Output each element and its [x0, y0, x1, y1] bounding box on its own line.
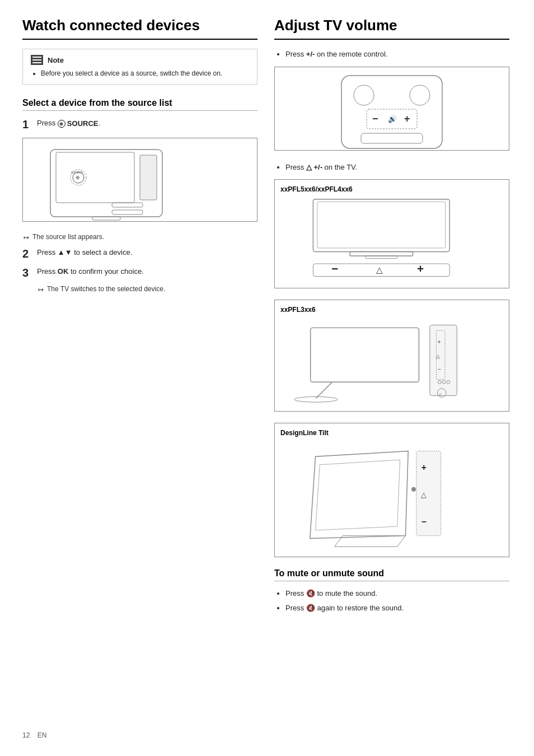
step-1-result-text: The source list appears.	[32, 233, 104, 241]
note-label: Note	[48, 56, 64, 64]
step-3-content: Press OK to confirm your choice.	[37, 266, 144, 277]
svg-text:△: △	[376, 265, 383, 274]
svg-rect-9	[112, 210, 143, 214]
svg-point-12	[410, 85, 430, 105]
svg-rect-19	[317, 202, 446, 248]
page-number: 12	[22, 731, 30, 739]
designline-box: DesignLine Tilt + △ −	[274, 423, 509, 557]
right-title: Adjust TV volume	[274, 17, 509, 40]
language-label: EN	[38, 731, 47, 739]
svg-text:−: −	[421, 517, 427, 526]
right-column: Adjust TV volume Press +/- on the remote…	[274, 17, 509, 739]
svg-text:△: △	[436, 353, 440, 359]
tv-bullet-list: Press △ +/- on the TV.	[274, 162, 509, 173]
svg-rect-1	[56, 152, 134, 203]
mute-item-1: Press 🔇 to mute the sound.	[285, 588, 509, 599]
sub-title: Select a device from the source list	[22, 98, 257, 111]
step-3-result: ↦ The TV switches to the selected device…	[22, 285, 257, 293]
svg-text:+: +	[404, 113, 410, 124]
step-3-number: 3	[22, 266, 32, 279]
note-box: Note Before you select a device as a sou…	[22, 49, 257, 85]
step-1-content: Press ⊕ SOURCE .	[37, 118, 100, 129]
tv-bullet: Press △ +/- on the TV.	[285, 162, 509, 173]
model1-svg: − △ +	[280, 197, 503, 281]
svg-rect-10	[341, 76, 442, 148]
svg-text:+: +	[417, 262, 424, 275]
mute-item-2: Press 🔇 again to restore the sound.	[285, 603, 509, 614]
remote-diagram-svg: − 🔊 +	[280, 73, 503, 151]
designline-label: DesignLine Tilt	[280, 429, 503, 437]
svg-rect-17	[361, 133, 423, 143]
step-3-result-text: The TV switches to the selected device.	[47, 285, 165, 293]
step-2-content: Press ▲▼ to select a device.	[37, 247, 132, 258]
svg-line-27	[316, 382, 332, 398]
svg-text:△: △	[421, 491, 427, 499]
svg-point-28	[294, 396, 338, 402]
svg-rect-7	[92, 217, 120, 220]
svg-rect-29	[430, 325, 457, 396]
source-label: SOURCE	[67, 118, 99, 129]
note-list: Before you select a device as a source, …	[31, 68, 249, 78]
svg-text:+: +	[421, 463, 427, 472]
source-icon: ⊕	[58, 120, 65, 128]
svg-text:⌂: ⌂	[439, 391, 442, 396]
step-1: 1 Press ⊕ SOURCE .	[22, 118, 257, 131]
mute-list: Press 🔇 to mute the sound. Press 🔇 again…	[274, 588, 509, 613]
arrow-icon-2: ↦	[38, 286, 44, 293]
model1-box: xxPFL5xx6/xxPFL4xx6 − △ +	[274, 179, 509, 288]
remote-bullet: Press +/- on the remote control.	[285, 49, 509, 60]
svg-rect-26	[311, 328, 419, 382]
source-diagram: SOURCE ⊕	[22, 138, 257, 222]
step-1-number: 1	[22, 118, 32, 131]
note-header: Note	[31, 55, 249, 65]
svg-text:SOURCE: SOURCE	[71, 171, 83, 174]
model2-svg: + △ − ⌂	[280, 317, 503, 404]
step-3: 3 Press OK to confirm your choice.	[22, 266, 257, 279]
left-column: Watch connected devices Note Before you …	[22, 17, 257, 739]
left-title: Watch connected devices	[22, 17, 257, 40]
step-2: 2 Press ▲▼ to select a device.	[22, 247, 257, 260]
svg-rect-18	[313, 199, 449, 252]
model2-label: xxPFL3xx6	[280, 306, 503, 314]
svg-point-43	[411, 487, 416, 492]
model1-label: xxPFL5xx6/xxPFL4xx6	[280, 185, 503, 193]
arrow-icon-1: ↦	[24, 234, 29, 241]
svg-marker-40	[316, 460, 400, 530]
svg-text:−: −	[331, 262, 338, 275]
svg-text:−: −	[372, 113, 378, 124]
mute-title: To mute or unmute sound	[274, 568, 509, 581]
designline-svg: + △ −	[280, 440, 503, 549]
svg-text:🔊: 🔊	[388, 114, 397, 124]
remote-diagram: − 🔊 +	[274, 67, 509, 151]
svg-text:+: +	[437, 338, 441, 345]
source-diagram-svg: SOURCE ⊕	[29, 144, 251, 222]
svg-rect-42	[416, 451, 441, 536]
model2-box: xxPFL3xx6 + △ −	[274, 300, 509, 412]
step-2-number: 2	[22, 247, 32, 260]
svg-text:⊕: ⊕	[76, 175, 80, 180]
svg-point-11	[354, 85, 374, 105]
note-icon	[31, 55, 43, 65]
step-1-result: ↦ The source list appears.	[22, 233, 257, 241]
note-item-1: Before you select a device as a source, …	[41, 68, 249, 78]
page-footer: 12 EN	[22, 731, 46, 739]
svg-text:−: −	[437, 366, 441, 372]
svg-rect-2	[140, 155, 157, 200]
remote-bullet-list: Press +/- on the remote control.	[274, 49, 509, 60]
svg-rect-8	[112, 203, 143, 207]
svg-rect-20	[350, 251, 413, 256]
ok-label: OK	[58, 267, 69, 276]
